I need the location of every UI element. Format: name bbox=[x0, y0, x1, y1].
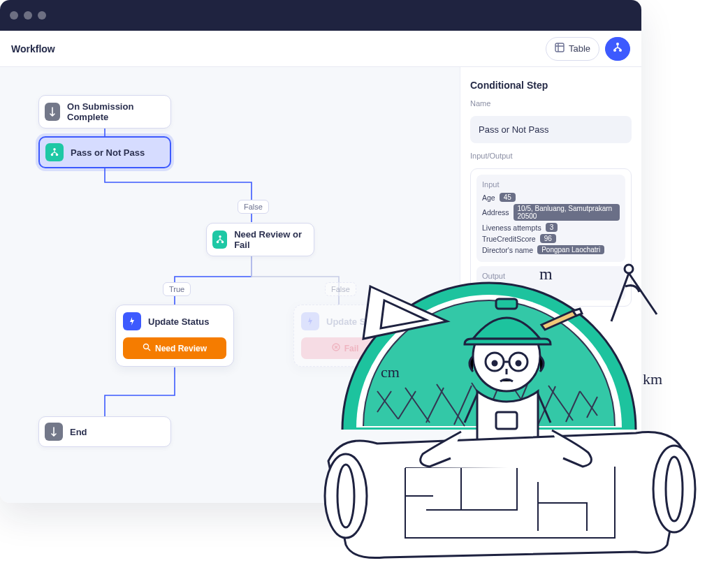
output-section-title: Output bbox=[482, 272, 620, 280]
contains-label: contains bbox=[588, 473, 622, 482]
output-section: Output Age bbox=[476, 266, 625, 300]
input-value: 45 bbox=[500, 193, 516, 202]
svg-point-5 bbox=[51, 154, 54, 156]
branch-icon bbox=[45, 143, 64, 161]
input-key: Address bbox=[482, 208, 509, 217]
io-box: Input Age45 Address10/5, Banluang, Samut… bbox=[470, 168, 632, 307]
svg-point-9 bbox=[221, 241, 224, 244]
status-badge-label: Fail bbox=[344, 344, 359, 353]
input-key: TrueCreditScore bbox=[482, 235, 536, 243]
page-title: Workflow bbox=[11, 43, 55, 54]
input-row: Age45 bbox=[482, 193, 620, 202]
contains-chip: contains bbox=[588, 472, 622, 482]
status-badge-fail: Fail bbox=[301, 337, 389, 359]
input-key: Liveness attempts bbox=[482, 224, 541, 232]
view-table-button[interactable]: Table bbox=[546, 37, 599, 61]
titlebar bbox=[0, 0, 641, 31]
flow-node-row: Update Status bbox=[123, 312, 226, 330]
svg-point-2 bbox=[613, 49, 616, 52]
svg-point-7 bbox=[219, 235, 221, 238]
flow-node-start[interactable]: On Submission Complete bbox=[38, 95, 171, 129]
input-value: 96 bbox=[540, 234, 556, 243]
input-row: TrueCreditScore96 bbox=[482, 234, 620, 243]
flow-node-label: On Submission Complete bbox=[67, 101, 161, 122]
end-icon bbox=[45, 423, 63, 441]
toolbar-actions: Table bbox=[546, 37, 630, 61]
flow-node-end[interactable]: End bbox=[38, 416, 171, 447]
traffic-dot bbox=[24, 11, 32, 20]
traffic-dot bbox=[38, 11, 46, 20]
flow-node-update-left[interactable]: Update Status Need Review bbox=[115, 305, 234, 367]
action-icon bbox=[301, 312, 319, 330]
edge-label-false: False bbox=[238, 200, 269, 214]
name-input[interactable]: Pass or Not Pass bbox=[470, 116, 632, 143]
input-row: Address10/5, Banluang, Samutprakarn 2050… bbox=[482, 204, 620, 221]
svg-point-6 bbox=[56, 154, 59, 156]
name-label: Name bbox=[470, 99, 632, 108]
input-key: Director's name bbox=[482, 246, 533, 254]
svg-point-10 bbox=[143, 344, 148, 349]
doodle-km: km bbox=[643, 370, 662, 388]
input-value: 3 bbox=[546, 223, 558, 232]
input-value: 10/5, Banluang, Samutprakarn 20500 bbox=[514, 204, 620, 221]
output-row: Age bbox=[482, 284, 620, 293]
flow-node-label: Update Status bbox=[326, 316, 387, 327]
flow-node-label: Need Review or Fail bbox=[234, 229, 304, 250]
search-icon bbox=[143, 343, 151, 353]
flow-node-row: Update Status bbox=[301, 312, 389, 330]
flow-icon bbox=[612, 42, 623, 55]
flow-node-label: Update Status bbox=[148, 316, 209, 327]
content: On Submission Complete Pass or Not Pass … bbox=[0, 67, 641, 503]
table-icon bbox=[555, 43, 565, 54]
traffic-dot bbox=[10, 11, 18, 20]
input-value: Pongpan Laochatri bbox=[537, 245, 604, 254]
edge-label-false-ghost: False bbox=[325, 282, 356, 296]
toolbar: Workflow Table bbox=[0, 31, 641, 67]
svg-point-8 bbox=[216, 241, 219, 244]
flow-node-condition-review[interactable]: Need Review or Fail bbox=[206, 223, 314, 256]
svg-rect-0 bbox=[555, 43, 564, 52]
io-label: Input/Output bbox=[470, 152, 632, 160]
input-section-title: Input bbox=[482, 180, 620, 189]
flow-node-label: Pass or Not Pass bbox=[71, 147, 145, 158]
status-badge-need-review: Need Review bbox=[123, 337, 226, 359]
svg-point-1 bbox=[616, 43, 619, 45]
fail-icon bbox=[332, 343, 340, 353]
flow-node-condition-pass[interactable]: Pass or Not Pass bbox=[38, 136, 171, 168]
input-row: Liveness attempts3 bbox=[482, 223, 620, 232]
svg-point-3 bbox=[619, 49, 622, 52]
action-icon bbox=[123, 312, 141, 330]
input-key: Age bbox=[482, 193, 495, 202]
edge-label-true: True bbox=[163, 282, 191, 296]
start-icon bbox=[45, 103, 60, 121]
branch-icon bbox=[212, 231, 227, 249]
inspector-title: Conditional Step bbox=[470, 80, 632, 91]
output-key: Age bbox=[482, 284, 495, 293]
input-section: Input Age45 Address10/5, Banluang, Samut… bbox=[476, 175, 625, 262]
input-row: Director's namePongpan Laochatri bbox=[482, 245, 620, 254]
inspector-sidebar: Conditional Step Name Pass or Not Pass I… bbox=[460, 67, 641, 503]
app-window: Workflow Table bbox=[0, 0, 641, 503]
svg-point-23 bbox=[666, 457, 683, 521]
flow-node-label: End bbox=[70, 427, 87, 437]
workflow-canvas[interactable]: On Submission Complete Pass or Not Pass … bbox=[0, 67, 460, 503]
view-flow-button[interactable] bbox=[605, 37, 630, 61]
status-badge-label: Need Review bbox=[155, 344, 207, 353]
flow-node-update-right-ghost[interactable]: Update Status Fail bbox=[293, 305, 397, 367]
svg-point-4 bbox=[53, 148, 56, 151]
svg-point-22 bbox=[653, 446, 695, 532]
view-table-label: Table bbox=[569, 43, 590, 54]
